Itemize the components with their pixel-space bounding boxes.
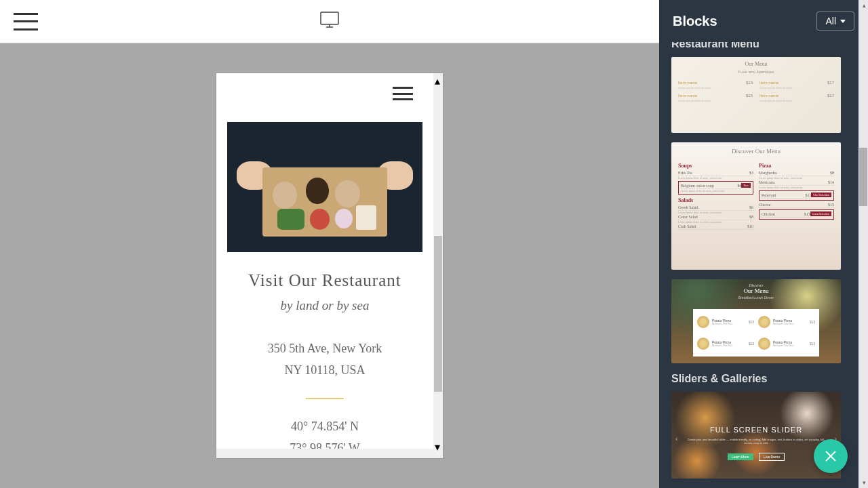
- preview-horizontal-scrollbar[interactable]: [216, 449, 433, 458]
- preview-hamburger-icon[interactable]: [393, 87, 413, 100]
- thumb4-desc: Create your own beautiful slider — mobil…: [685, 438, 827, 445]
- blocks-panel: Blocks All Restaurant Menu Our Menu Food…: [659, 0, 868, 488]
- visit-coordinates[interactable]: 40° 74.854' N 73° 98.576' W: [227, 415, 422, 449]
- blocks-scroll-area[interactable]: Restaurant Menu Our Menu Food and Aperit…: [659, 42, 868, 488]
- close-panel-button[interactable]: [814, 439, 848, 473]
- blocks-filter-dropdown[interactable]: All: [816, 12, 854, 30]
- thumb1-title: Our Menu: [678, 61, 834, 67]
- category-restaurant-menu: Restaurant Menu: [671, 42, 856, 50]
- preview-content: Visit Our Restaurant by land or by sea 3…: [216, 73, 433, 449]
- hero-food-image: [227, 122, 422, 252]
- coord-line-1: 40° 74.854' N: [227, 415, 422, 437]
- desktop-viewport-icon[interactable]: [318, 9, 341, 35]
- address-line-2: NY 10118, USA: [227, 359, 422, 381]
- slider-prev-icon: ‹: [675, 435, 677, 443]
- coord-line-2: 73° 98.576' W: [227, 437, 422, 449]
- block-thumb-menu-simple[interactable]: Our Menu Food and Aperitives Item name$1…: [671, 57, 841, 133]
- mobile-preview-frame: Visit Our Restaurant by land or by sea 3…: [216, 73, 443, 459]
- thumb2-title: Discover Our Menu: [678, 148, 834, 155]
- scroll-down-arrow-icon[interactable]: ▾: [863, 479, 866, 486]
- filter-label: All: [825, 16, 836, 26]
- thumb4-title: FULL SCREEN SLIDER: [671, 426, 841, 434]
- thumb1-subtitle: Food and Aperitives: [678, 70, 834, 74]
- block-thumb-fullscreen-slider[interactable]: ‹ › FULL SCREEN SLIDER Create your own b…: [671, 392, 841, 479]
- preview-scroll-thumb[interactable]: [434, 236, 442, 392]
- visit-address[interactable]: 350 5th Ave, New York NY 10118, USA: [227, 338, 422, 382]
- block-thumb-menu-discover[interactable]: Discover Our Menu Soups Erite Pie$3 Lore…: [671, 142, 841, 270]
- svg-rect-0: [321, 12, 338, 24]
- scroll-down-arrow-icon[interactable]: ▾: [435, 441, 441, 447]
- main-hamburger-icon[interactable]: [14, 13, 38, 30]
- block-thumb-menu-cards[interactable]: Discover Our Menu Breakfast Lunch Dinner…: [671, 279, 841, 363]
- divider-line: [306, 398, 344, 399]
- scroll-up-arrow-icon[interactable]: ▴: [863, 2, 866, 9]
- top-toolbar: [0, 0, 659, 43]
- close-icon: [825, 450, 837, 462]
- scroll-up-arrow-icon[interactable]: ▴: [435, 75, 441, 81]
- blocks-header: Blocks All: [659, 0, 868, 42]
- category-sliders-galleries: Sliders & Galleries: [671, 373, 856, 385]
- visit-subtitle[interactable]: by land or by sea: [227, 298, 422, 313]
- visit-title[interactable]: Visit Our Restaurant: [227, 271, 422, 290]
- blocks-panel-title: Blocks: [673, 14, 717, 29]
- address-line-1: 350 5th Ave, New York: [227, 338, 422, 359]
- preview-vertical-scrollbar[interactable]: ▴ ▾: [433, 73, 443, 458]
- blocks-vertical-scrollbar[interactable]: ▴ ▾: [859, 0, 868, 488]
- canvas-area: Visit Our Restaurant by land or by sea 3…: [0, 43, 659, 488]
- blocks-scroll-thumb[interactable]: [859, 148, 867, 206]
